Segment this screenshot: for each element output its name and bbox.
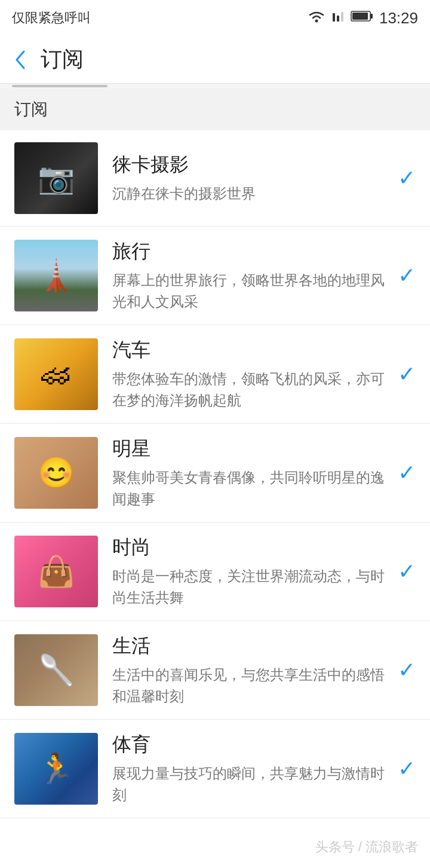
nav-bar: 订阅 (0, 36, 430, 84)
wifi-icon (308, 10, 325, 26)
item-content-leica: 徕卡摄影 沉静在徕卡的摄影世界 (112, 152, 388, 204)
check-icon-fashion: ✓ (398, 559, 416, 584)
svg-rect-5 (370, 14, 373, 19)
svg-rect-1 (333, 13, 335, 22)
check-icon-sports: ✓ (398, 756, 416, 781)
check-icon-leica: ✓ (398, 166, 416, 191)
item-image-life (14, 634, 98, 706)
item-content-sports: 体育 展现力量与技巧的瞬间，共享魅力与激情时刻 (112, 732, 388, 806)
check-icon-star: ✓ (398, 460, 416, 485)
item-content-car: 汽车 带您体验车的激情，领略飞机的风采，亦可在梦的海洋扬帆起航 (112, 337, 388, 411)
item-image-travel (14, 240, 98, 311)
svg-rect-3 (341, 12, 343, 22)
item-title-leica: 徕卡摄影 (112, 152, 388, 178)
list-item[interactable]: 明星 聚焦帅哥美女青春偶像，共同聆听明星的逸闻趣事 ✓ (0, 424, 430, 522)
item-desc-life: 生活中的喜闻乐见，与您共享生活中的感悟和温馨时刻 (112, 664, 388, 707)
item-title-fashion: 时尚 (112, 534, 388, 561)
item-title-car: 汽车 (112, 337, 388, 363)
check-icon-travel: ✓ (398, 263, 416, 288)
list-item[interactable]: 汽车 带您体验车的激情，领略飞机的风采，亦可在梦的海洋扬帆起航 ✓ (0, 325, 430, 424)
item-title-star: 明星 (112, 436, 388, 462)
item-content-travel: 旅行 屏幕上的世界旅行，领略世界各地的地理风光和人文风采 (112, 239, 388, 313)
item-desc-leica: 沉静在徕卡的摄影世界 (112, 183, 388, 204)
watermark: 头条号 / 流浪歌者 (315, 838, 418, 856)
check-icon-life: ✓ (398, 658, 416, 683)
item-content-fashion: 时尚 时尚是一种态度，关注世界潮流动态，与时尚生活共舞 (112, 534, 388, 609)
item-image-star (14, 437, 98, 509)
item-desc-fashion: 时尚是一种态度，关注世界潮流动态，与时尚生活共舞 (112, 566, 388, 609)
scroll-indicator (0, 84, 430, 88)
emergency-call-text: 仅限紧急呼叫 (12, 9, 91, 27)
status-icons: 13:29 (308, 9, 418, 27)
item-content-star: 明星 聚焦帅哥美女青春偶像，共同聆听明星的逸闻趣事 (112, 436, 388, 510)
item-image-car (14, 338, 98, 410)
signal-icon (331, 10, 345, 26)
svg-rect-2 (337, 16, 339, 22)
subscription-list: 徕卡摄影 沉静在徕卡的摄影世界 ✓ 旅行 屏幕上的世界旅行，领略世界各地的地理风… (0, 130, 430, 818)
battery-icon (351, 10, 373, 26)
item-image-sports (14, 733, 98, 805)
list-item[interactable]: 生活 生活中的喜闻乐见，与您共享生活中的感悟和温馨时刻 ✓ (0, 621, 430, 720)
item-title-travel: 旅行 (112, 239, 388, 265)
item-content-life: 生活 生活中的喜闻乐见，与您共享生活中的感悟和温馨时刻 (112, 633, 388, 707)
list-item[interactable]: 体育 展现力量与技巧的瞬间，共享魅力与激情时刻 ✓ (0, 720, 430, 818)
item-desc-star: 聚焦帅哥美女青春偶像，共同聆听明星的逸闻趣事 (112, 467, 388, 510)
item-desc-car: 带您体验车的激情，领略飞机的风采，亦可在梦的海洋扬帆起航 (112, 368, 388, 411)
item-title-sports: 体育 (112, 732, 388, 758)
svg-rect-6 (352, 13, 368, 20)
svg-point-0 (315, 20, 318, 23)
item-desc-sports: 展现力量与技巧的瞬间，共享魅力与激情时刻 (112, 763, 388, 806)
item-image-leica (14, 142, 98, 214)
scroll-bar (12, 85, 108, 87)
item-title-life: 生活 (112, 633, 388, 659)
list-item[interactable]: 旅行 屏幕上的世界旅行，领略世界各地的地理风光和人文风采 ✓ (0, 227, 430, 325)
item-desc-travel: 屏幕上的世界旅行，领略世界各地的地理风光和人文风采 (112, 270, 388, 313)
status-bar: 仅限紧急呼叫 13:29 (0, 0, 430, 36)
time-display: 13:29 (379, 9, 418, 27)
back-button[interactable] (12, 48, 29, 72)
page-title: 订阅 (41, 45, 84, 74)
list-item[interactable]: 徕卡摄影 沉静在徕卡的摄影世界 ✓ (0, 130, 430, 227)
item-image-fashion (14, 536, 98, 607)
list-item[interactable]: 时尚 时尚是一种态度，关注世界潮流动态，与时尚生活共舞 ✓ (0, 522, 430, 621)
section-header: 订阅 (0, 88, 430, 130)
check-icon-car: ✓ (398, 362, 416, 387)
